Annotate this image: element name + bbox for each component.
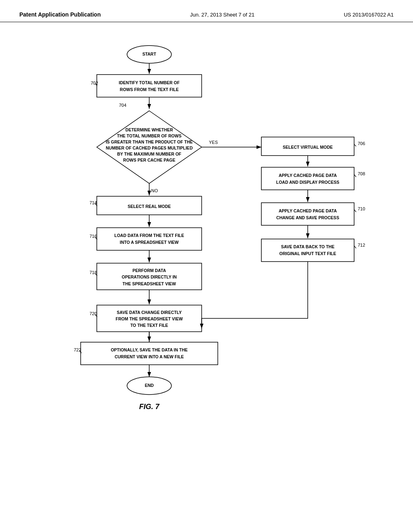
- n708-line2: LOAD AND DISPLAY PROCESS: [276, 180, 340, 185]
- n710-ref: 710: [358, 206, 365, 211]
- start-label: START: [142, 52, 156, 56]
- n722-line2: CURRENT VIEW INTO A NEW FILE: [115, 354, 184, 359]
- n714-text: SELECT REAL MODE: [127, 204, 171, 209]
- n704-line3: IS GREATER THAN THE PRODUCT OF THE: [106, 139, 193, 144]
- n720-line3: TO THE TEXT FILE: [130, 323, 168, 328]
- n720-line1: SAVE DATA CHANGE DIRECTLY: [117, 310, 182, 315]
- header-patent-number: US 2013/0167022 A1: [344, 12, 394, 18]
- svg-rect-23: [261, 203, 354, 225]
- header-date-sheet: Jun. 27, 2013 Sheet 7 of 21: [190, 12, 254, 18]
- n704-line1: DETERMINE WHETHER: [125, 127, 173, 132]
- svg-rect-33: [81, 342, 218, 365]
- svg-rect-3: [97, 75, 202, 97]
- n712-line1: SAVE DATA BACK TO THE: [281, 244, 334, 249]
- n704-line6: ROWS PER CACHE PAGE: [123, 158, 175, 162]
- n708-line1: APPLY CACHED PAGE DATA: [279, 173, 337, 178]
- end-label: END: [145, 383, 154, 388]
- n704-line5: BY THE MAXIMUM NUMBER OF: [117, 152, 181, 156]
- n706-ref: 706: [358, 141, 365, 146]
- n712-ref: 712: [358, 243, 365, 247]
- page-header: Patent Application Publication Jun. 27, …: [0, 0, 413, 22]
- flowchart-svg: text { font-family: Arial, sans-serif; }…: [0, 22, 413, 498]
- no-label: NO: [151, 188, 158, 193]
- n704-line4: NUMBER OF CACHED PAGES MULTIPLIED: [106, 145, 193, 150]
- n704-ref: 704: [119, 103, 126, 108]
- svg-rect-14: [97, 228, 202, 250]
- n702-ref: 702: [91, 81, 98, 85]
- yes-label: YES: [209, 140, 218, 145]
- n712-line2: ORIGINAL INPUT TEXT FILE: [280, 251, 336, 256]
- n718-line2: OPERATIONS DIRECTLY IN: [122, 274, 177, 279]
- n718-line1: PERFORM DATA: [132, 268, 166, 273]
- n710-line1: APPLY CACHED PAGE DATA: [279, 208, 337, 213]
- n710-line2: CHANGE AND SAVE PROCESS: [276, 215, 339, 220]
- n720-line2: FROM THE SPREADSHEET VIEW: [116, 316, 183, 321]
- n722-line1: OPTIONALLY, SAVE THE DATA IN THE: [111, 347, 188, 352]
- n718-line3: THE SPREADSHEET VIEW: [123, 281, 176, 286]
- n716-line2: INTO A SPREADSHEET VIEW: [120, 240, 179, 245]
- fig-caption: FIG. 7: [139, 403, 160, 411]
- svg-rect-29: [261, 239, 354, 262]
- svg-rect-17: [261, 167, 354, 190]
- n702-line1: IDENTIFY TOTAL NUMBER OF: [119, 80, 180, 85]
- n702-line2: ROWS FROM THE TEXT FILE: [120, 87, 179, 92]
- n704-line2: THE TOTAL NUMBER OF ROWS: [117, 133, 181, 138]
- header-publication: Patent Application Publication: [19, 11, 101, 18]
- n708-ref: 708: [358, 171, 365, 176]
- n706-text: SELECT VIRTUAL MODE: [283, 145, 333, 150]
- diagram-area: text { font-family: Arial, sans-serif; }…: [0, 22, 413, 498]
- n716-line1: LOAD DATA FROM THE TEXT FILE: [114, 233, 184, 238]
